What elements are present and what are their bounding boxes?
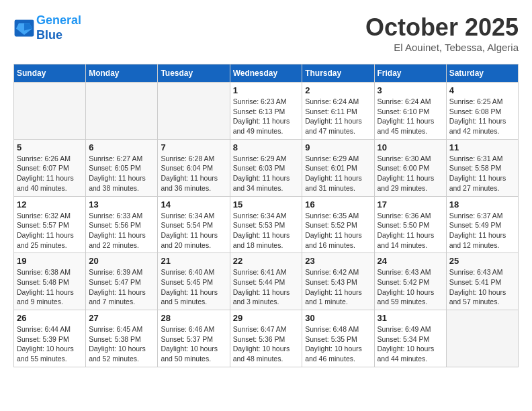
day-info: Sunrise: 6:24 AM Sunset: 6:10 PM Dayligh… [378,97,443,136]
day-info: Sunrise: 6:45 AM Sunset: 5:38 PM Dayligh… [89,324,154,364]
day-number: 22 [233,256,300,266]
calendar-day: 20Sunrise: 6:39 AM Sunset: 5:47 PM Dayli… [86,253,158,310]
calendar-day: 10Sunrise: 6:30 AM Sunset: 6:00 PM Dayli… [374,139,446,196]
day-number: 17 [378,199,443,210]
day-number: 7 [161,142,226,152]
day-info: Sunrise: 6:36 AM Sunset: 5:50 PM Dayligh… [378,211,443,250]
day-info: Sunrise: 6:33 AM Sunset: 5:56 PM Dayligh… [89,211,154,250]
calendar-week-1: 1Sunrise: 6:23 AM Sunset: 6:13 PM Daylig… [14,83,519,140]
day-info: Sunrise: 6:29 AM Sunset: 6:01 PM Dayligh… [305,154,371,193]
col-header-friday: Friday [374,64,446,83]
day-number: 25 [449,256,515,266]
calendar-day [14,83,86,140]
col-header-monday: Monday [86,64,158,83]
day-info: Sunrise: 6:37 AM Sunset: 5:49 PM Dayligh… [449,211,515,250]
calendar-day: 30Sunrise: 6:48 AM Sunset: 5:35 PM Dayli… [302,310,374,367]
calendar-day: 15Sunrise: 6:34 AM Sunset: 5:53 PM Dayli… [230,196,302,253]
day-number: 29 [233,313,300,323]
calendar-day: 21Sunrise: 6:40 AM Sunset: 5:45 PM Dayli… [158,253,230,310]
day-info: Sunrise: 6:42 AM Sunset: 5:43 PM Dayligh… [305,267,371,307]
calendar-day: 31Sunrise: 6:49 AM Sunset: 5:34 PM Dayli… [374,310,446,367]
day-info: Sunrise: 6:40 AM Sunset: 5:45 PM Dayligh… [161,267,226,307]
day-info: Sunrise: 6:25 AM Sunset: 6:08 PM Dayligh… [449,97,515,136]
day-number: 5 [17,142,83,152]
day-number: 13 [89,199,154,210]
day-number: 4 [449,85,515,95]
calendar-day: 7Sunrise: 6:28 AM Sunset: 6:04 PM Daylig… [158,139,230,196]
day-number: 27 [89,313,154,323]
day-number: 12 [17,199,83,210]
day-info: Sunrise: 6:31 AM Sunset: 5:58 PM Dayligh… [449,154,515,193]
calendar-day: 14Sunrise: 6:34 AM Sunset: 5:54 PM Dayli… [158,196,230,253]
calendar-table: SundayMondayTuesdayWednesdayThursdayFrid… [13,64,519,367]
calendar-day: 16Sunrise: 6:35 AM Sunset: 5:52 PM Dayli… [302,196,374,253]
day-info: Sunrise: 6:23 AM Sunset: 6:13 PM Dayligh… [233,97,300,136]
day-number: 28 [161,313,226,323]
day-number: 16 [305,199,371,210]
calendar-week-5: 26Sunrise: 6:44 AM Sunset: 5:39 PM Dayli… [14,310,519,367]
day-number: 20 [89,256,154,266]
day-number: 15 [233,199,300,210]
day-number: 8 [233,142,300,152]
day-number: 2 [305,85,371,95]
col-header-thursday: Thursday [302,64,374,83]
day-number: 18 [449,199,515,210]
day-info: Sunrise: 6:46 AM Sunset: 5:37 PM Dayligh… [161,324,226,364]
calendar-day: 9Sunrise: 6:29 AM Sunset: 6:01 PM Daylig… [302,139,374,196]
day-info: Sunrise: 6:34 AM Sunset: 5:54 PM Dayligh… [161,211,226,250]
day-info: Sunrise: 6:30 AM Sunset: 6:00 PM Dayligh… [378,154,443,193]
day-info: Sunrise: 6:44 AM Sunset: 5:39 PM Dayligh… [17,324,83,364]
day-number: 26 [17,313,83,323]
day-info: Sunrise: 6:49 AM Sunset: 5:34 PM Dayligh… [378,324,443,364]
day-number: 24 [378,256,443,266]
logo-text: General Blue [36,13,81,42]
day-number: 10 [378,142,443,152]
day-number: 3 [378,85,443,95]
day-info: Sunrise: 6:43 AM Sunset: 5:42 PM Dayligh… [378,267,443,307]
calendar-week-3: 12Sunrise: 6:32 AM Sunset: 5:57 PM Dayli… [14,196,519,253]
logo-icon [13,19,35,38]
calendar-day: 12Sunrise: 6:32 AM Sunset: 5:57 PM Dayli… [14,196,86,253]
page-header: General Blue October 2025 El Aouinet, Te… [13,13,519,53]
calendar-day: 24Sunrise: 6:43 AM Sunset: 5:42 PM Dayli… [374,253,446,310]
day-info: Sunrise: 6:27 AM Sunset: 6:05 PM Dayligh… [89,154,154,193]
day-number: 1 [233,85,300,95]
calendar-day: 29Sunrise: 6:47 AM Sunset: 5:36 PM Dayli… [230,310,302,367]
calendar-day [86,83,158,140]
day-number: 6 [89,142,154,152]
day-number: 31 [378,313,443,323]
day-number: 21 [161,256,226,266]
col-header-tuesday: Tuesday [158,64,230,83]
location: El Aouinet, Tebessa, Algeria [365,42,519,53]
calendar-day: 27Sunrise: 6:45 AM Sunset: 5:38 PM Dayli… [86,310,158,367]
day-number: 11 [449,142,515,152]
day-number: 9 [305,142,371,152]
calendar-day: 25Sunrise: 6:43 AM Sunset: 5:41 PM Dayli… [446,253,518,310]
day-info: Sunrise: 6:43 AM Sunset: 5:41 PM Dayligh… [449,267,515,307]
day-info: Sunrise: 6:24 AM Sunset: 6:11 PM Dayligh… [305,97,371,136]
calendar-day: 28Sunrise: 6:46 AM Sunset: 5:37 PM Dayli… [158,310,230,367]
col-header-saturday: Saturday [446,64,518,83]
day-info: Sunrise: 6:29 AM Sunset: 6:03 PM Dayligh… [233,154,300,193]
day-info: Sunrise: 6:28 AM Sunset: 6:04 PM Dayligh… [161,154,226,193]
calendar-day: 23Sunrise: 6:42 AM Sunset: 5:43 PM Dayli… [302,253,374,310]
calendar-day: 19Sunrise: 6:38 AM Sunset: 5:48 PM Dayli… [14,253,86,310]
calendar-day: 4Sunrise: 6:25 AM Sunset: 6:08 PM Daylig… [446,83,518,140]
calendar-day: 5Sunrise: 6:26 AM Sunset: 6:07 PM Daylig… [14,139,86,196]
calendar-week-4: 19Sunrise: 6:38 AM Sunset: 5:48 PM Dayli… [14,253,519,310]
day-info: Sunrise: 6:32 AM Sunset: 5:57 PM Dayligh… [17,211,83,250]
calendar-day: 1Sunrise: 6:23 AM Sunset: 6:13 PM Daylig… [230,83,302,140]
calendar-day: 2Sunrise: 6:24 AM Sunset: 6:11 PM Daylig… [302,83,374,140]
day-number: 30 [305,313,371,323]
day-info: Sunrise: 6:26 AM Sunset: 6:07 PM Dayligh… [17,154,83,193]
col-header-sunday: Sunday [14,64,86,83]
logo-line2: Blue [36,28,62,42]
calendar-header-row: SundayMondayTuesdayWednesdayThursdayFrid… [14,64,519,83]
day-info: Sunrise: 6:48 AM Sunset: 5:35 PM Dayligh… [305,324,371,364]
day-info: Sunrise: 6:34 AM Sunset: 5:53 PM Dayligh… [233,211,300,250]
calendar-day: 18Sunrise: 6:37 AM Sunset: 5:49 PM Dayli… [446,196,518,253]
day-info: Sunrise: 6:47 AM Sunset: 5:36 PM Dayligh… [233,324,300,364]
day-number: 14 [161,199,226,210]
logo-line1: General [36,13,81,27]
day-number: 19 [17,256,83,266]
